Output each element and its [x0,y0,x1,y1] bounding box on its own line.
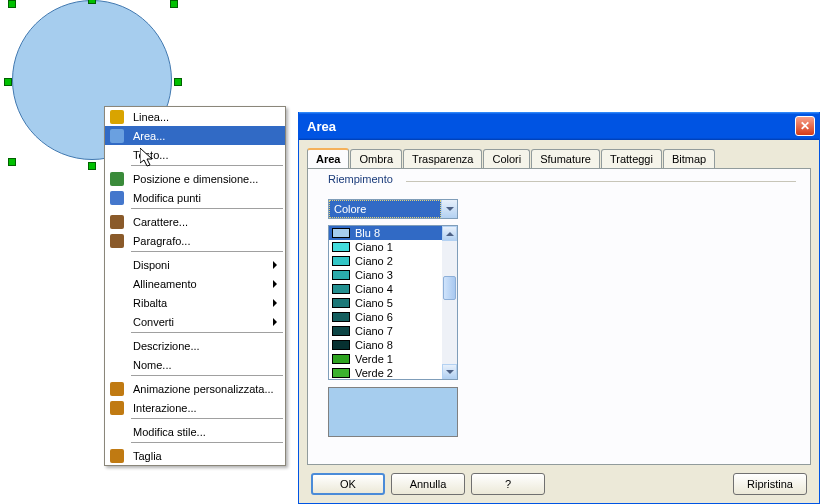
scroll-track[interactable] [442,241,457,364]
menu-item[interactable]: Modifica stile... [105,422,285,441]
menu-item[interactable]: Nome... [105,355,285,374]
resize-handle-sw[interactable] [8,158,16,166]
scroll-thumb[interactable] [443,276,456,300]
close-button[interactable]: ✕ [795,116,815,136]
menu-item[interactable]: Animazione personalizzata... [105,379,285,398]
scroll-up-button[interactable] [442,226,457,241]
color-name: Ciano 1 [355,241,393,253]
group-label-fill: Riempimento [324,173,397,185]
menu-item-label: Taglia [129,450,279,462]
position-size-icon [110,172,124,186]
dialog-titlebar[interactable]: Area ✕ [299,112,819,140]
color-list-item[interactable]: Ciano 3 [329,268,442,282]
paint-bucket-icon [105,126,129,145]
color-list-scrollbar[interactable] [442,226,457,379]
color-list-item[interactable]: Verde 2 [329,366,442,379]
dialog-button-row: OK Annulla ? Ripristina [299,473,819,503]
help-label: ? [505,478,511,490]
color-swatch-icon [332,326,350,336]
menu-item-label: Paragrafo... [129,235,279,247]
submenu-arrow-icon [273,318,277,326]
combo-dropdown-button[interactable] [441,200,457,218]
menu-item[interactable]: Ribalta [105,293,285,312]
menu-item[interactable]: Interazione... [105,398,285,417]
menu-item[interactable]: Allineamento [105,274,285,293]
color-list-item[interactable]: Blu 8 [329,226,442,240]
menu-item[interactable]: Paragrafo... [105,231,285,250]
color-name: Ciano 3 [355,269,393,281]
menu-separator [131,375,283,376]
position-size-icon [105,169,129,188]
menu-item[interactable]: Descrizione... [105,336,285,355]
menu-item[interactable]: Taglia [105,446,285,465]
menu-separator [131,332,283,333]
color-name: Ciano 4 [355,283,393,295]
resize-handle-e[interactable] [174,78,182,86]
color-list-item[interactable]: Ciano 2 [329,254,442,268]
color-list-item[interactable]: Ciano 7 [329,324,442,338]
color-name: Ciano 6 [355,311,393,323]
color-listbox[interactable]: Blu 8Ciano 1Ciano 2Ciano 3Ciano 4Ciano 5… [328,225,458,380]
color-swatch-icon [332,340,350,350]
tab-colori[interactable]: Colori [483,149,530,169]
submenu-arrow-icon [273,299,277,307]
menu-item[interactable]: Posizione e dimensione... [105,169,285,188]
resize-handle-s[interactable] [88,162,96,170]
edit-points-icon [110,191,124,205]
menu-icon-empty [105,274,129,293]
scroll-down-button[interactable] [442,364,457,379]
menu-separator [131,208,283,209]
resize-handle-ne[interactable] [170,0,178,8]
color-list-item[interactable]: Ciano 5 [329,296,442,310]
paint-bucket-icon [110,129,124,143]
tab-ombra[interactable]: Ombra [350,149,402,169]
menu-item[interactable]: Modifica punti [105,188,285,207]
color-name: Ciano 5 [355,297,393,309]
tab-trasparenza[interactable]: Trasparenza [403,149,482,169]
menu-separator [131,165,283,166]
tab-sfumature[interactable]: Sfumature [531,149,600,169]
menu-item[interactable]: Converti [105,312,285,331]
menu-item-label: Animazione personalizzata... [129,383,279,395]
color-list-item[interactable]: Ciano 1 [329,240,442,254]
character-icon [105,212,129,231]
resize-handle-w[interactable] [4,78,12,86]
menu-item-label: Linea... [129,111,279,123]
dialog-tabs: AreaOmbraTrasparenzaColoriSfumatureTratt… [299,140,819,168]
tab-area[interactable]: Area [307,148,349,168]
color-list-item[interactable]: Verde 1 [329,352,442,366]
menu-item[interactable]: Carattere... [105,212,285,231]
color-swatch-icon [332,270,350,280]
menu-item-label: Area... [129,130,279,142]
cancel-button[interactable]: Annulla [391,473,465,495]
menu-item-label: Posizione e dimensione... [129,173,279,185]
menu-icon-empty [105,255,129,274]
color-list-item[interactable]: Ciano 8 [329,338,442,352]
color-list-item[interactable]: Ciano 4 [329,282,442,296]
color-name: Ciano 8 [355,339,393,351]
menu-item-label: Modifica punti [129,192,279,204]
ok-button[interactable]: OK [311,473,385,495]
tab-panel-area: Riempimento Colore Blu 8Ciano 1Ciano 2Ci… [307,168,811,465]
menu-item-label: Interazione... [129,402,279,414]
resize-handle-nw[interactable] [8,0,16,8]
fill-type-combo[interactable]: Colore [328,199,458,219]
help-button[interactable]: ? [471,473,545,495]
color-list-item[interactable]: Ciano 6 [329,310,442,324]
menu-item[interactable]: Disponi [105,255,285,274]
menu-item[interactable]: Area... [105,126,285,145]
reset-button[interactable]: Ripristina [733,473,807,495]
tab-tratteggi[interactable]: Tratteggi [601,149,662,169]
menu-icon-empty [105,145,129,164]
tab-bitmap[interactable]: Bitmap [663,149,715,169]
chevron-down-icon [446,207,454,211]
paragraph-icon [105,231,129,250]
resize-handle-n[interactable] [88,0,96,4]
menu-icon-empty [105,293,129,312]
close-icon: ✕ [800,119,810,133]
reset-label: Ripristina [747,478,793,490]
dialog-title: Area [307,119,795,134]
cut-icon [105,446,129,465]
menu-item[interactable]: Linea... [105,107,285,126]
menu-item[interactable]: Testo... [105,145,285,164]
